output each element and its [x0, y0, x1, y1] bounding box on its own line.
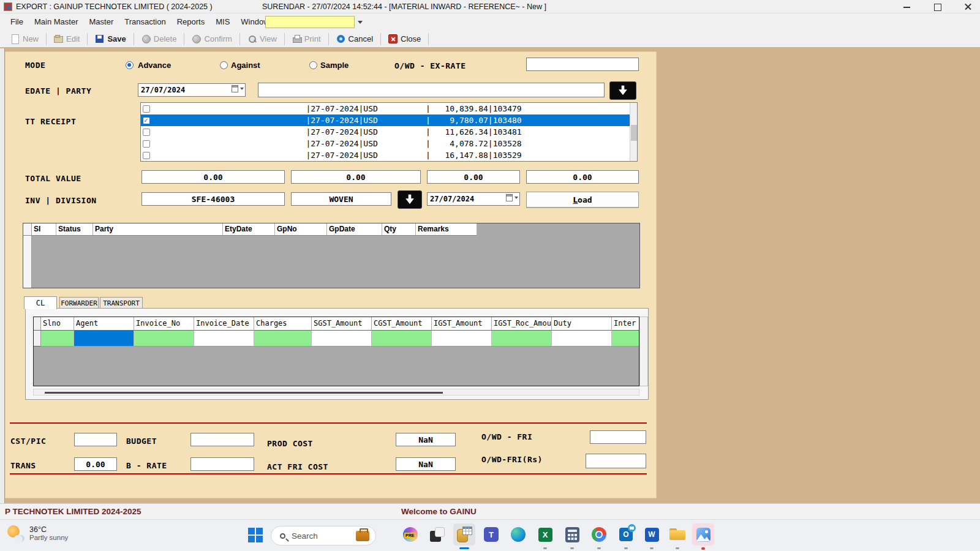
- tt-receipt-row[interactable]: |27-07-2024|USD | 11,626.34|103481: [141, 126, 637, 138]
- col-duty[interactable]: Duty: [552, 317, 612, 331]
- chrome-icon[interactable]: [588, 523, 610, 545]
- calculator-icon[interactable]: [561, 523, 583, 545]
- col-party[interactable]: Party: [93, 223, 223, 236]
- save-button[interactable]: Save: [89, 32, 131, 45]
- col-invoice-date[interactable]: Invoice_Date: [194, 317, 254, 331]
- cell-igst-roc-amou[interactable]: [492, 331, 552, 347]
- cell-slno[interactable]: [41, 331, 74, 347]
- radio-against-label[interactable]: Against: [231, 61, 260, 70]
- act-fri-cost-value[interactable]: NaN: [396, 457, 456, 471]
- checkbox-icon[interactable]: [143, 105, 150, 113]
- menu-file[interactable]: File: [5, 15, 29, 29]
- col-slno[interactable]: Slno: [41, 317, 74, 331]
- cell-igst-amount[interactable]: [432, 331, 492, 347]
- row-selector[interactable]: [34, 331, 41, 347]
- chevron-down-icon[interactable]: [240, 88, 244, 90]
- b-rate-input[interactable]: [190, 457, 254, 471]
- prod-cost-value[interactable]: NaN: [396, 433, 456, 446]
- cell-cgst-amount[interactable]: [372, 331, 432, 347]
- cell-sgst-amount[interactable]: [312, 331, 372, 347]
- chevron-down-icon[interactable]: [514, 197, 518, 199]
- col-etydate[interactable]: EtyDate: [223, 223, 275, 236]
- start-button[interactable]: [248, 528, 263, 542]
- tab-cl[interactable]: CL: [24, 296, 57, 309]
- word-icon[interactable]: [641, 523, 663, 545]
- owd-fri-rs-input[interactable]: [586, 454, 646, 468]
- close-button[interactable]: Close: [383, 32, 426, 45]
- charges-grid[interactable]: Slno Agent Invoice_No Invoice_Date Charg…: [33, 317, 639, 386]
- vertical-scrollbar[interactable]: [639, 317, 648, 386]
- col-igst-amount[interactable]: IGST_Amount: [432, 317, 492, 331]
- vertical-scrollbar[interactable]: [630, 103, 637, 161]
- weather-widget[interactable]: 36°C Partly sunny: [6, 524, 68, 542]
- file-explorer-icon[interactable]: [666, 523, 688, 545]
- trans-input[interactable]: 0.00: [74, 457, 117, 471]
- menu-main-master[interactable]: Main Master: [29, 15, 84, 29]
- photos-icon[interactable]: [692, 523, 714, 545]
- load-button[interactable]: LLoad: [526, 192, 639, 208]
- radio-against[interactable]: [220, 61, 228, 69]
- budget-input[interactable]: [190, 433, 254, 446]
- checkbox-icon[interactable]: [143, 152, 150, 159]
- calendar-icon[interactable]: [232, 85, 238, 92]
- radio-sample[interactable]: [309, 61, 317, 69]
- outlook-icon[interactable]: [615, 523, 637, 545]
- owd-fri-input[interactable]: [590, 430, 646, 444]
- quick-search-combo[interactable]: [265, 16, 355, 28]
- menu-transaction[interactable]: Transaction: [119, 15, 171, 29]
- excel-icon[interactable]: [534, 523, 556, 545]
- col-inter[interactable]: Inter: [612, 317, 639, 331]
- edate-picker[interactable]: 27/07/2024: [138, 83, 246, 97]
- cell-charges[interactable]: [254, 331, 312, 347]
- teams-icon[interactable]: [480, 523, 502, 545]
- confirm-button[interactable]: Confirm: [186, 32, 238, 45]
- radio-advance[interactable]: [126, 61, 134, 69]
- edit-button[interactable]: Edit: [48, 32, 85, 45]
- col-invoice-no[interactable]: Invoice_No: [134, 317, 194, 331]
- checkbox-icon[interactable]: [143, 140, 150, 148]
- col-remarks[interactable]: Remarks: [416, 223, 477, 236]
- gainup-app-icon[interactable]: [453, 523, 475, 545]
- minimize-icon[interactable]: [900, 1, 914, 12]
- total-value-3[interactable]: 0.00: [427, 170, 520, 184]
- party-input[interactable]: [258, 83, 605, 97]
- delete-button[interactable]: Delete: [136, 32, 183, 45]
- party-fetch-button[interactable]: [609, 81, 636, 100]
- maximize-icon[interactable]: [931, 1, 944, 12]
- col-cgst-amount[interactable]: CGST_Amount: [372, 317, 432, 331]
- col-gpdate[interactable]: GpDate: [327, 223, 382, 236]
- inward-grid[interactable]: Sl Status Party EtyDate GpNo GpDate Qty …: [23, 223, 640, 288]
- radio-sample-label[interactable]: Sample: [320, 61, 349, 70]
- print-button[interactable]: Print: [287, 32, 326, 45]
- horizontal-scrollbar[interactable]: [33, 389, 639, 395]
- col-charges[interactable]: Charges: [254, 317, 312, 331]
- scrollbar-thumb[interactable]: [45, 392, 443, 394]
- tt-receipt-row[interactable]: |27-07-2024|USD | 4,078.72|103528: [141, 138, 637, 149]
- edge-icon[interactable]: [507, 523, 529, 545]
- col-gpno[interactable]: GpNo: [275, 223, 327, 236]
- total-value-4[interactable]: 0.00: [526, 170, 639, 184]
- tt-receipt-list[interactable]: |27-07-2024|USD | 10,839.84|103479 |27-0…: [140, 102, 638, 162]
- inv-fetch-button[interactable]: [398, 190, 422, 209]
- cell-inter[interactable]: [612, 331, 639, 347]
- view-button[interactable]: View: [242, 32, 282, 45]
- col-status[interactable]: Status: [56, 223, 93, 236]
- inv-date-picker[interactable]: 27/07/2024: [427, 192, 520, 206]
- cell-agent-selected[interactable]: [74, 331, 134, 347]
- tt-receipt-row[interactable]: |27-07-2024|USD | 10,839.84|103479: [141, 103, 637, 114]
- task-view-icon[interactable]: [426, 523, 448, 545]
- cst-pic-input[interactable]: [74, 433, 117, 446]
- col-sl[interactable]: Sl: [32, 223, 56, 236]
- tt-receipt-row[interactable]: |27-07-2024|USD | 16,147.88|103529: [141, 149, 637, 161]
- cell-invoice-no[interactable]: [134, 331, 194, 347]
- col-sgst-amount[interactable]: SGST_Amount: [312, 317, 372, 331]
- tab-transport[interactable]: TRANSPORT: [100, 297, 143, 309]
- cancel-button[interactable]: Cancel: [331, 32, 379, 45]
- checkbox-checked-icon[interactable]: [143, 117, 150, 124]
- total-value-1[interactable]: 0.00: [141, 170, 285, 184]
- new-button[interactable]: New: [5, 32, 44, 45]
- menu-mis[interactable]: MIS: [210, 15, 235, 29]
- col-igst-roc-amou[interactable]: IGST_Roc_Amou: [492, 317, 552, 331]
- scrollbar-thumb[interactable]: [631, 125, 637, 141]
- tab-forwarder[interactable]: FORWARDER: [59, 297, 99, 309]
